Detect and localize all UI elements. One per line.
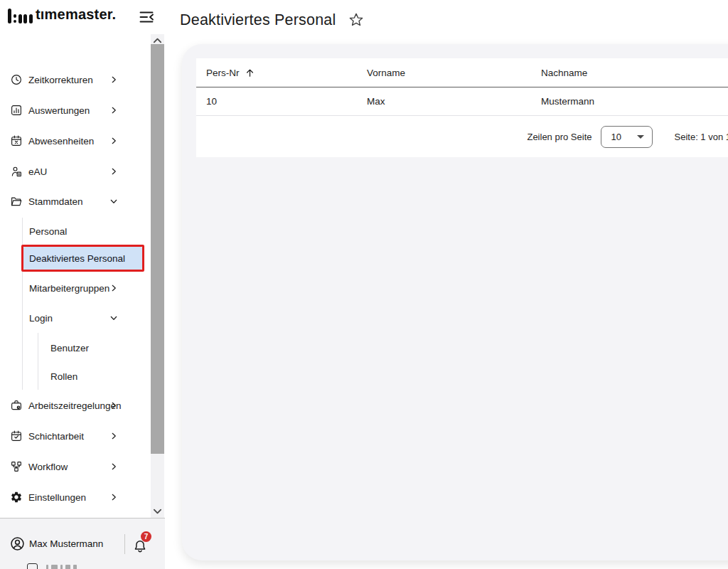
cell-vorname: Max (366, 96, 540, 107)
chevron-right-icon (109, 401, 118, 410)
rows-per-page-value: 10 (611, 132, 621, 142)
chevron-right-icon (109, 167, 118, 176)
cell-pers-nr: 10 (196, 96, 366, 107)
scroll-up-icon[interactable] (153, 37, 162, 44)
clipped-icon (27, 563, 38, 569)
sidebar-item-workflow[interactable]: Workflow (0, 457, 149, 477)
app-window: tımemaster. Zeitkorrekturen Auswertungen (0, 0, 728, 569)
sidebar-item-eau[interactable]: eAU (0, 161, 149, 181)
chevron-right-icon (109, 432, 118, 440)
briefcase-clock-icon (10, 399, 23, 412)
chevron-right-icon (109, 75, 118, 84)
collapse-sidebar-icon[interactable] (138, 9, 155, 26)
main-content: Deaktiviertes Personal Pers-Nr Vorname N… (165, 0, 728, 569)
table-header-row: Pers-Nr Vorname Nachname (196, 58, 728, 87)
folder-open-icon (10, 195, 23, 208)
sidebar-user-area: Max Mustermann 7 (0, 518, 165, 569)
group-guide-line (22, 218, 23, 390)
clock-icon (10, 73, 23, 86)
sidebar-item-schichtarbeit[interactable]: Schichtarbeit (0, 426, 149, 446)
scrollbar-thumb[interactable] (151, 44, 164, 454)
sort-ascending-icon (245, 68, 255, 78)
chevron-right-icon (109, 462, 118, 471)
data-table: Pers-Nr Vorname Nachname 10 Max Musterma… (196, 58, 728, 157)
calendar-check-icon (10, 430, 23, 442)
page-title: Deaktiviertes Personal (180, 11, 336, 29)
caret-down-icon (637, 135, 644, 139)
chevron-right-icon (109, 137, 118, 145)
divider (124, 534, 125, 554)
sidebar-item-mitarbeitergruppen[interactable]: Mitarbeitergruppen (0, 278, 149, 298)
app-logo-text: tımemaster. (36, 6, 116, 23)
column-header-nachname[interactable]: Nachname (540, 68, 728, 78)
sidebar-item-personal[interactable]: Personal (0, 221, 149, 241)
sidebar-scrollbar (151, 34, 164, 518)
sidebar-menu: Zeitkorrekturen Auswertungen Abwesenheit… (0, 34, 165, 518)
column-header-vorname[interactable]: Vorname (366, 68, 540, 78)
person-document-icon (10, 165, 23, 178)
sidebar-item-benutzer[interactable]: Benutzer (0, 338, 149, 358)
content-card: Pers-Nr Vorname Nachname 10 Max Musterma… (182, 44, 728, 560)
column-header-pers-nr[interactable]: Pers-Nr (196, 68, 366, 78)
sidebar-item-login[interactable]: Login (0, 308, 149, 328)
chevron-right-icon (109, 284, 118, 292)
chevron-right-icon (109, 493, 118, 501)
chevron-down-icon (109, 314, 118, 322)
timemaster-logo-icon (8, 8, 33, 23)
chevron-right-icon (109, 106, 118, 115)
sidebar-item-einstellungen[interactable]: Einstellungen (0, 487, 149, 507)
workflow-icon (10, 460, 23, 473)
favorite-star-icon[interactable] (348, 12, 364, 28)
sidebar: tımemaster. Zeitkorrekturen Auswertungen (0, 0, 165, 569)
page-info: Seite: 1 von 1 (675, 132, 728, 142)
notification-badge: 7 (141, 531, 151, 542)
user-name[interactable]: Max Mustermann (29, 538, 103, 549)
sidebar-item-zeitkorrekturen[interactable]: Zeitkorrekturen (0, 70, 149, 90)
user-row: Max Mustermann 7 (0, 533, 165, 555)
rows-per-page-select[interactable]: 10 (601, 126, 653, 148)
bar-chart-icon (10, 104, 23, 117)
gear-icon (10, 491, 23, 504)
sidebar-item-stammdaten[interactable]: Stammdaten (0, 191, 149, 211)
user-avatar-icon[interactable] (9, 536, 26, 552)
scroll-down-icon[interactable] (153, 508, 162, 515)
table-pagination: Zeilen pro Seite 10 Seite: 1 von 1 (196, 116, 728, 157)
rows-per-page-label: Zeilen pro Seite (527, 132, 592, 142)
sidebar-item-arbeitszeitregelungen[interactable]: Arbeitszeitregelungen (0, 395, 149, 415)
calendar-x-icon (10, 134, 23, 147)
sidebar-item-rollen[interactable]: Rollen (0, 366, 149, 386)
clipped-label (46, 563, 77, 569)
table-row[interactable]: 10 Max Mustermann (196, 87, 728, 116)
sidebar-partial-item[interactable] (27, 563, 77, 569)
page-header: Deaktiviertes Personal (180, 9, 364, 31)
sidebar-item-auswertungen[interactable]: Auswertungen (0, 100, 149, 120)
sidebar-logo-row: tımemaster. (0, 0, 165, 34)
sidebar-item-deaktiviertes-personal[interactable]: Deaktiviertes Personal (23, 247, 142, 270)
selection-highlight-box: Deaktiviertes Personal (21, 245, 144, 272)
cell-nachname: Mustermann (540, 96, 728, 107)
sidebar-item-abwesenheiten[interactable]: Abwesenheiten (0, 131, 149, 151)
chevron-down-icon (109, 197, 118, 206)
notifications-button[interactable]: 7 (132, 534, 156, 555)
